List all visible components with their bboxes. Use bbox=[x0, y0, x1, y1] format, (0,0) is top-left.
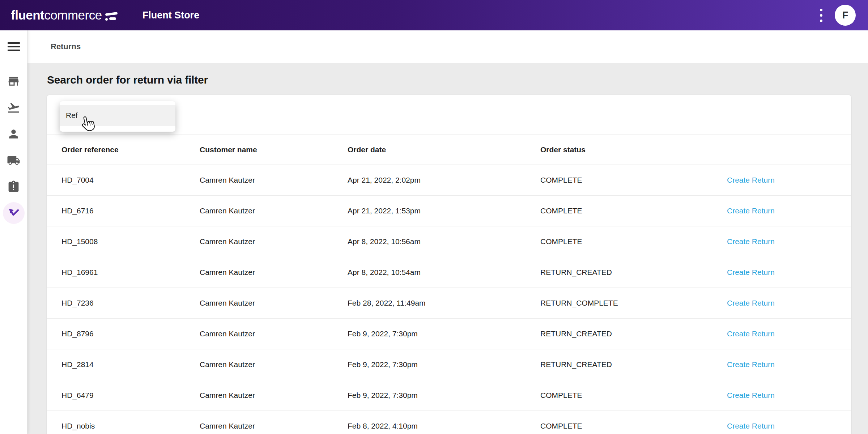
returns-check-arrow-icon bbox=[7, 207, 20, 220]
create-return-link[interactable]: Create Return bbox=[727, 299, 775, 307]
table-row: HD_2814 Camren Kautzer Feb 9, 2022, 7:30… bbox=[47, 349, 851, 380]
customer-name-cell: Camren Kautzer bbox=[200, 422, 348, 430]
app-header: fluentcommerce Fluent Store F bbox=[0, 0, 868, 30]
sidebar-item-customers[interactable] bbox=[3, 123, 25, 145]
customer-name-cell: Camren Kautzer bbox=[200, 299, 348, 307]
filter-dropdown-popup: Ref bbox=[60, 101, 175, 132]
order-date-cell: Feb 9, 2022, 7:30pm bbox=[348, 360, 540, 369]
order-status-cell: RETURN_COMPLETE bbox=[540, 299, 727, 307]
sidebar-item-store[interactable] bbox=[3, 70, 25, 92]
column-header-order-status: Order status bbox=[540, 145, 727, 154]
store-icon bbox=[7, 75, 20, 88]
customer-name-cell: Camren Kautzer bbox=[200, 360, 348, 369]
order-date-cell: Feb 8, 2022, 4:10pm bbox=[348, 422, 540, 430]
truck-icon bbox=[7, 154, 20, 167]
order-reference-cell: HD_7004 bbox=[61, 176, 200, 184]
table-row: HD_15008 Camren Kautzer Apr 8, 2022, 10:… bbox=[47, 226, 851, 257]
logo-text-light: commerce bbox=[44, 8, 102, 22]
customer-name-cell: Camren Kautzer bbox=[200, 207, 348, 215]
order-status-cell: RETURN_CREATED bbox=[540, 360, 727, 369]
logo-text-bold: fluent bbox=[11, 8, 44, 22]
kebab-menu-icon[interactable] bbox=[818, 7, 825, 24]
order-status-cell: COMPLETE bbox=[540, 237, 727, 246]
order-reference-cell: HD_2814 bbox=[61, 360, 200, 369]
dropdown-option-ref[interactable]: Ref bbox=[60, 105, 175, 126]
breadcrumb: Returns bbox=[51, 42, 81, 51]
sidebar-item-shipping[interactable] bbox=[3, 149, 25, 171]
create-return-link[interactable]: Create Return bbox=[727, 268, 775, 276]
table-row: HD_nobis Camren Kautzer Feb 8, 2022, 4:1… bbox=[47, 411, 851, 434]
order-status-cell: RETURN_CREATED bbox=[540, 268, 727, 277]
order-reference-cell: HD_8796 bbox=[61, 329, 200, 338]
order-reference-cell: HD_6716 bbox=[61, 207, 200, 215]
sidebar bbox=[0, 30, 27, 434]
create-return-link[interactable]: Create Return bbox=[727, 176, 775, 184]
sidebar-item-returns[interactable] bbox=[3, 202, 25, 224]
order-status-cell: COMPLETE bbox=[540, 207, 727, 215]
order-reference-cell: HD_6479 bbox=[61, 391, 200, 400]
table-body: HD_7004 Camren Kautzer Apr 21, 2022, 2:0… bbox=[47, 165, 851, 434]
table-row: HD_6479 Camren Kautzer Feb 9, 2022, 7:30… bbox=[47, 380, 851, 411]
menu-icon bbox=[8, 42, 20, 51]
person-icon bbox=[7, 127, 20, 141]
table-row: HD_6716 Camren Kautzer Apr 21, 2022, 1:5… bbox=[47, 196, 851, 226]
table-row: HD_16961 Camren Kautzer Apr 8, 2022, 10:… bbox=[47, 257, 851, 288]
order-reference-cell: HD_16961 bbox=[61, 268, 200, 277]
page-title: Search order for return via filter bbox=[47, 74, 208, 86]
customer-name-cell: Camren Kautzer bbox=[200, 237, 348, 246]
order-reference-cell: HD_15008 bbox=[61, 237, 200, 246]
sidebar-toggle-button[interactable] bbox=[0, 30, 27, 63]
customer-name-cell: Camren Kautzer bbox=[200, 268, 348, 277]
create-return-link[interactable]: Create Return bbox=[727, 329, 775, 338]
table-row: HD_8796 Camren Kautzer Feb 9, 2022, 7:30… bbox=[47, 319, 851, 349]
table-header-row: Order reference Customer name Order date… bbox=[47, 135, 851, 165]
report-icon bbox=[7, 180, 20, 193]
app-name: Fluent Store bbox=[142, 10, 200, 21]
fluentcommerce-logo: fluentcommerce bbox=[11, 8, 120, 22]
order-date-cell: Feb 9, 2022, 7:30pm bbox=[348, 329, 540, 338]
create-return-link[interactable]: Create Return bbox=[727, 391, 775, 399]
orders-panel: Order reference Customer name Order date… bbox=[47, 95, 851, 434]
table-row: HD_7004 Camren Kautzer Apr 21, 2022, 2:0… bbox=[47, 165, 851, 196]
create-return-link[interactable]: Create Return bbox=[727, 237, 775, 246]
order-reference-cell: HD_nobis bbox=[61, 422, 200, 430]
order-date-cell: Feb 28, 2022, 11:49am bbox=[348, 299, 540, 307]
order-date-cell: Apr 8, 2022, 10:54am bbox=[348, 268, 540, 277]
column-header-customer-name: Customer name bbox=[200, 145, 348, 154]
order-status-cell: RETURN_CREATED bbox=[540, 329, 727, 338]
breadcrumb-bar: Returns bbox=[27, 30, 868, 63]
sidebar-item-arrivals[interactable] bbox=[3, 97, 25, 118]
order-date-cell: Apr 21, 2022, 1:53pm bbox=[348, 207, 540, 215]
customer-name-cell: Camren Kautzer bbox=[200, 391, 348, 400]
create-return-link[interactable]: Create Return bbox=[727, 207, 775, 215]
header-divider bbox=[130, 5, 130, 25]
flight-land-icon bbox=[7, 101, 20, 114]
customer-name-cell: Camren Kautzer bbox=[200, 329, 348, 338]
order-reference-cell: HD_7236 bbox=[61, 299, 200, 307]
order-status-cell: COMPLETE bbox=[540, 422, 727, 430]
order-status-cell: COMPLETE bbox=[540, 391, 727, 400]
column-header-order-reference: Order reference bbox=[61, 145, 200, 154]
table-row: HD_7236 Camren Kautzer Feb 28, 2022, 11:… bbox=[47, 288, 851, 319]
order-status-cell: COMPLETE bbox=[540, 176, 727, 184]
order-date-cell: Apr 8, 2022, 10:56am bbox=[348, 237, 540, 246]
order-date-cell: Apr 21, 2022, 2:02pm bbox=[348, 176, 540, 184]
customer-name-cell: Camren Kautzer bbox=[200, 176, 348, 184]
sidebar-item-reports[interactable] bbox=[3, 176, 25, 197]
sidebar-nav bbox=[0, 63, 27, 229]
create-return-link[interactable]: Create Return bbox=[727, 360, 775, 369]
column-header-order-date: Order date bbox=[348, 145, 540, 154]
order-date-cell: Feb 9, 2022, 7:30pm bbox=[348, 391, 540, 400]
avatar[interactable]: F bbox=[835, 5, 856, 26]
create-return-link[interactable]: Create Return bbox=[727, 422, 775, 430]
fluent-logo-mark-icon bbox=[105, 9, 120, 22]
